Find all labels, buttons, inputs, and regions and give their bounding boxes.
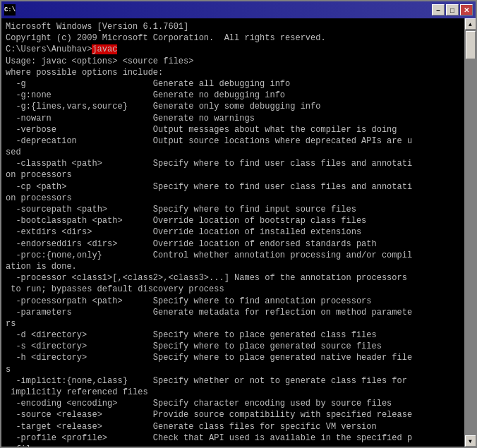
terminal-line: Microsoft Windows [Version 6.1.7601] <box>6 21 460 32</box>
terminal-line: rs <box>6 318 460 329</box>
app-icon: C:\ <box>4 4 16 16</box>
content-area: Microsoft Windows [Version 6.1.7601]Copy… <box>1 18 476 447</box>
scrollbar[interactable]: ▲ ▼ <box>464 18 476 447</box>
terminal-line: -processor <class1>[,<class2>,<class3>..… <box>6 272 460 284</box>
command-prompt-window: C:\ – □ ✕ Microsoft Windows [Version 6.1… <box>0 0 477 448</box>
terminal-line: s <box>6 364 460 375</box>
terminal-line: -nowarn Generate no warnings <box>6 113 460 124</box>
terminal-line: where possible options include: <box>6 67 460 78</box>
terminal-line: -verbose Output messages about what the … <box>6 124 460 135</box>
terminal-line: -processorpath <path> Specify where to f… <box>6 296 460 307</box>
terminal-line: -implicit:{none,class} Specify whether o… <box>6 375 460 387</box>
terminal-line: -g:none Generate no debugging info <box>6 90 460 101</box>
terminal-line: on processors <box>6 193 460 204</box>
scroll-track <box>465 30 476 435</box>
scroll-down-button[interactable]: ▼ <box>465 435 476 447</box>
terminal-line: -deprecation Output source locations whe… <box>6 135 460 147</box>
terminal-line: rofile <box>6 444 460 447</box>
terminal-line: -profile <profile> Check that API used i… <box>6 432 460 444</box>
terminal-line: on processors <box>6 169 460 181</box>
terminal-line: -sourcepath <path> Specify where to find… <box>6 204 460 215</box>
terminal-line: -parameters Generate metadata for reflec… <box>6 307 460 318</box>
terminal-line: implicitly referenced files <box>6 387 460 398</box>
maximize-button[interactable]: □ <box>446 4 459 16</box>
terminal-line: -cp <path> Specify where to find user cl… <box>6 181 460 193</box>
terminal-line: -endorseddirs <dirs> Override location o… <box>6 238 460 250</box>
terminal-line: to run; bypasses default discovery proce… <box>6 284 460 295</box>
terminal-line: -proc:{none,only} Control whether annota… <box>6 250 460 261</box>
close-button[interactable]: ✕ <box>460 4 473 16</box>
terminal-line: -d <directory> Specify where to place ge… <box>6 329 460 341</box>
terminal-line: -h <directory> Specify where to place ge… <box>6 352 460 363</box>
scroll-thumb[interactable] <box>466 31 476 59</box>
terminal-line: sed <box>6 147 460 158</box>
javac-command: javac <box>92 44 117 54</box>
terminal-line: -g Generate all debugging info <box>6 78 460 90</box>
terminal-line: -extdirs <dirs> Override location of ins… <box>6 226 460 238</box>
terminal-line: Copyright (c) 2009 Microsoft Corporation… <box>6 32 460 44</box>
terminal-line: -bootclasspath <path> Override location … <box>6 215 460 226</box>
terminal-line: -encoding <encoding> Specify character e… <box>6 398 460 409</box>
terminal-line: -source <release> Provide source compati… <box>6 409 460 420</box>
scroll-up-button[interactable]: ▲ <box>465 18 476 30</box>
title-bar-buttons: – □ ✕ <box>432 4 473 16</box>
title-bar: C:\ – □ ✕ <box>1 1 476 18</box>
terminal-line: -s <directory> Specify where to place ge… <box>6 341 460 352</box>
terminal-output[interactable]: Microsoft Windows [Version 6.1.7601]Copy… <box>1 18 464 447</box>
terminal-line: Usage: javac <options> <source files> <box>6 56 460 67</box>
terminal-line: -target <release> Generate class files f… <box>6 421 460 432</box>
terminal-line: -g:{lines,vars,source} Generate only som… <box>6 101 460 112</box>
title-bar-left: C:\ <box>4 4 18 16</box>
minimize-button[interactable]: – <box>432 4 445 16</box>
terminal-line: -classpath <path> Specify where to find … <box>6 158 460 169</box>
terminal-line: ation is done. <box>6 261 460 272</box>
